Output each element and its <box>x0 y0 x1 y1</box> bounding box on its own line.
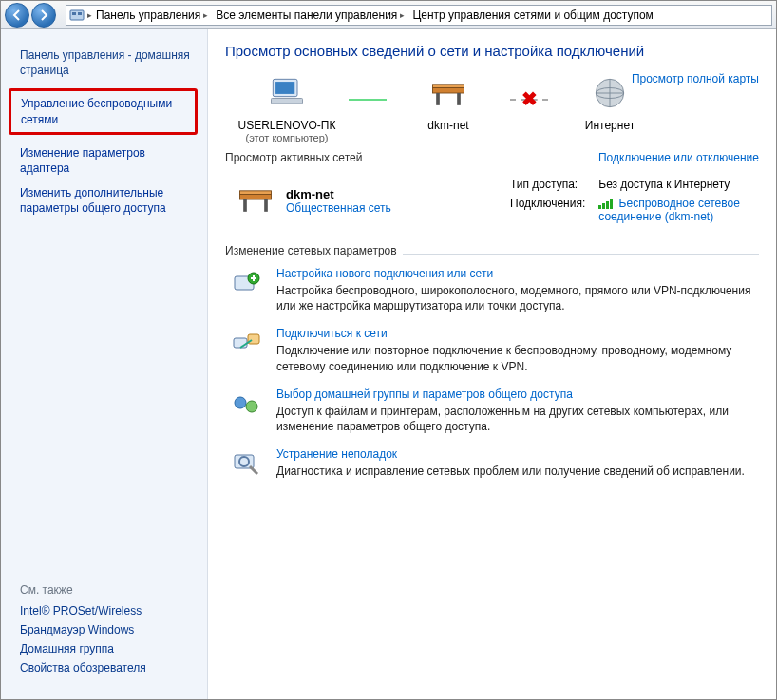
globe-icon <box>589 104 631 117</box>
net-link-line <box>349 99 387 101</box>
access-type-label: Тип доступа: <box>504 176 591 193</box>
network-params-heading: Изменение сетевых параметров <box>225 244 759 257</box>
breadcrumb[interactable]: ▸ Панель управления ▸ Все элементы панел… <box>66 5 772 26</box>
see-also-firewall[interactable]: Брандмауэр Windows <box>20 623 188 636</box>
breadcrumb-seg-2[interactable]: Все элементы панели управления ▸ <box>212 6 408 25</box>
connect-network-icon <box>229 327 263 361</box>
nav-back-button[interactable] <box>5 3 29 28</box>
control-panel-icon <box>69 8 85 23</box>
active-networks-heading: Просмотр активных сетей Подключение или … <box>225 151 759 164</box>
param-homegroup: Выбор домашней группы и параметров общег… <box>229 388 759 434</box>
see-also-browser[interactable]: Свойства обозревателя <box>20 661 188 674</box>
see-also-proset[interactable]: Intel® PROSet/Wireless <box>20 604 188 617</box>
see-also-title: См. также <box>20 583 188 596</box>
breadcrumb-seg-1[interactable]: Панель управления ▸ <box>92 6 212 25</box>
sidebar-home-link[interactable]: Панель управления - домашняя страница <box>1 43 207 83</box>
network-name-label: dkm-net <box>387 119 510 132</box>
param-homegroup-link[interactable]: Выбор домашней группы и параметров общег… <box>276 388 573 401</box>
chevron-right-icon: ▸ <box>400 10 405 20</box>
sidebar-sharing-link[interactable]: Изменить дополнительные параметры общего… <box>1 180 207 220</box>
network-overview: Просмотр полной карты USERLENOVO-ПК (это… <box>225 72 759 143</box>
svg-rect-12 <box>240 194 272 199</box>
svg-rect-2 <box>78 12 82 15</box>
pc-sub-label: (этот компьютер) <box>225 132 349 143</box>
svg-rect-18 <box>234 338 247 348</box>
svg-rect-4 <box>275 82 294 94</box>
main-content: Просмотр основных сведений о сети и наст… <box>208 29 776 699</box>
sidebar: Панель управления - домашняя страница Уп… <box>1 29 208 699</box>
svg-rect-1 <box>72 12 76 15</box>
computer-icon <box>266 104 308 117</box>
bench-icon <box>235 179 276 223</box>
param-new-connection: Настройка нового подключения или сети На… <box>229 267 759 313</box>
param-new-connection-link[interactable]: Настройка нового подключения или сети <box>276 267 493 280</box>
new-connection-icon <box>229 267 263 301</box>
svg-rect-13 <box>240 190 272 194</box>
svg-point-20 <box>235 397 246 408</box>
svg-rect-9 <box>457 93 461 105</box>
access-type-value: Без доступа к Интернету <box>593 176 757 193</box>
param-troubleshoot: Устранение неполадок Диагностика и испра… <box>229 447 759 482</box>
active-net-name: dkm-net <box>286 187 391 201</box>
active-networks-label: Просмотр активных сетей <box>225 151 362 164</box>
connect-disconnect-link[interactable]: Подключение или отключение <box>598 151 759 164</box>
param-connect-network-link[interactable]: Подключиться к сети <box>276 327 388 340</box>
connection-link[interactable]: Беспроводное сетевое соединение (dkm-net… <box>598 197 740 223</box>
troubleshoot-icon <box>229 447 263 482</box>
signal-bars-icon <box>598 199 613 209</box>
network-node: dkm-net <box>387 72 510 132</box>
svg-rect-7 <box>433 85 464 88</box>
connections-label: Подключения: <box>504 195 591 225</box>
svg-rect-15 <box>264 199 268 212</box>
svg-point-21 <box>246 401 257 412</box>
chevron-right-icon: ▸ <box>203 10 208 20</box>
param-connect-network: Подключиться к сети Подключение или повт… <box>229 327 759 373</box>
param-troubleshoot-desc: Диагностика и исправление сетевых пробле… <box>276 464 745 479</box>
active-network-row: dkm-net Общественная сеть Тип доступа: Б… <box>225 168 759 238</box>
param-connect-network-desc: Подключение или повторное подключение к … <box>276 343 759 373</box>
see-also-section: См. также Intel® PROSet/Wireless Брандма… <box>1 583 207 690</box>
bench-icon <box>427 104 469 117</box>
nav-forward-button[interactable] <box>31 3 56 28</box>
homegroup-icon <box>229 388 263 422</box>
svg-rect-8 <box>436 93 440 105</box>
pc-name-label: USERLENOVO-ПК <box>225 119 349 132</box>
address-bar-row: ▸ Панель управления ▸ Все элементы панел… <box>1 1 776 29</box>
svg-rect-6 <box>433 88 464 94</box>
net-broken-line: ✖ <box>510 99 548 101</box>
error-x-icon: ✖ <box>521 87 538 110</box>
svg-rect-5 <box>272 99 303 104</box>
breadcrumb-seg-3[interactable]: Центр управления сетями и общим доступом <box>408 6 657 25</box>
param-homegroup-desc: Доступ к файлам и принтерам, расположенн… <box>276 404 759 434</box>
param-new-connection-desc: Настройка беспроводного, широкополосного… <box>276 283 759 313</box>
network-params-label: Изменение сетевых параметров <box>225 244 397 257</box>
sidebar-adapter-link[interactable]: Изменение параметров адаптера <box>1 141 207 180</box>
param-troubleshoot-link[interactable]: Устранение неполадок <box>276 447 397 461</box>
this-pc-node: USERLENOVO-ПК (этот компьютер) <box>225 72 349 143</box>
sidebar-wireless-link[interactable]: Управление беспроводными сетями <box>9 88 198 134</box>
view-full-map-link[interactable]: Просмотр полной карты <box>632 72 759 85</box>
svg-rect-14 <box>243 199 247 212</box>
see-also-homegroup[interactable]: Домашняя группа <box>20 642 188 655</box>
page-title: Просмотр основных сведений о сети и наст… <box>225 43 759 59</box>
internet-label: Интернет <box>548 119 672 132</box>
active-net-type-link[interactable]: Общественная сеть <box>286 201 391 215</box>
